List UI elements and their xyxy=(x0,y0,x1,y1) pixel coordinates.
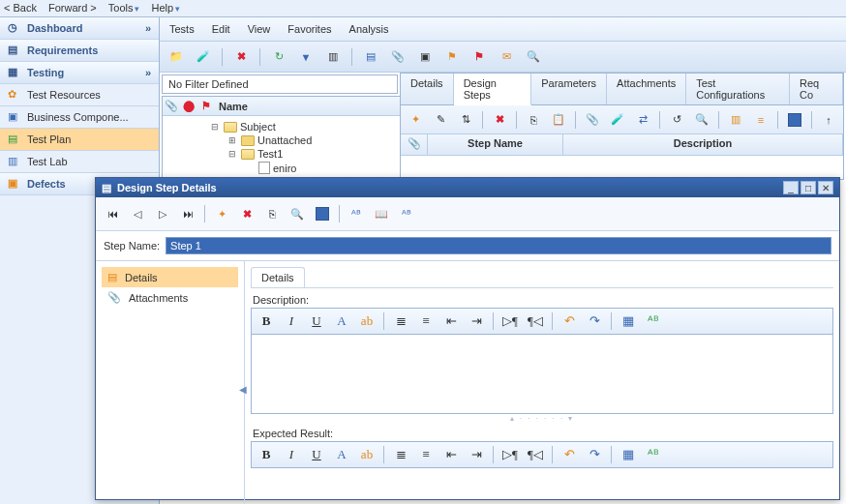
tree-node-test1[interactable]: ⊟ Test1 xyxy=(165,147,399,161)
close-button[interactable]: ✕ xyxy=(818,181,833,194)
attachment-step-icon[interactable]: 📎 xyxy=(582,109,603,131)
indent-icon[interactable]: ⇥ xyxy=(466,445,487,464)
edit-step-icon[interactable]: ✎ xyxy=(430,109,451,131)
table-icon[interactable]: ▦ xyxy=(618,445,639,464)
grid-col-description[interactable]: Description xyxy=(563,134,843,155)
ltr-icon[interactable]: ▷¶ xyxy=(499,445,521,464)
sidebar-requirements[interactable]: ▤Requirements xyxy=(0,40,159,62)
save-steps-icon[interactable] xyxy=(784,109,805,131)
next-icon[interactable]: ▷ xyxy=(152,203,173,224)
bold-icon[interactable]: B xyxy=(256,311,277,331)
highlight-icon[interactable]: ab xyxy=(356,311,378,331)
new-folder-icon[interactable]: 📁 xyxy=(166,46,187,68)
tab-test-configurations[interactable]: Test Configurations xyxy=(686,74,790,104)
minimize-button[interactable]: _ xyxy=(783,181,799,194)
menu-view[interactable]: View xyxy=(248,23,271,35)
italic-icon[interactable]: I xyxy=(281,445,302,464)
tab-design-steps[interactable]: Design Steps xyxy=(454,74,532,105)
tab-details[interactable]: Details xyxy=(401,74,454,104)
move-up-icon[interactable]: ↑ xyxy=(818,109,839,131)
copy-step-icon[interactable]: ⎘ xyxy=(523,109,544,131)
name-column-header[interactable]: Name xyxy=(215,101,401,112)
save-icon[interactable] xyxy=(312,203,333,224)
renumber-icon[interactable]: ⇅ xyxy=(455,109,476,131)
new-test-icon[interactable]: 🧪 xyxy=(193,46,214,68)
flag-orange-icon[interactable]: ⚑ xyxy=(441,46,463,68)
flag-col-icon[interactable]: ⚑ xyxy=(197,100,215,112)
flag-red-icon[interactable]: ⚑ xyxy=(468,46,490,68)
attachment-col-icon[interactable]: 📎 xyxy=(163,100,180,112)
columns-icon[interactable]: ▥ xyxy=(322,46,344,68)
underline-icon[interactable]: U xyxy=(306,311,327,331)
collapse-icon[interactable]: ⊟ xyxy=(211,122,221,132)
copy-icon[interactable]: ⎘ xyxy=(261,203,283,224)
call-test-icon[interactable]: 🧪 xyxy=(607,109,628,131)
outdent-icon[interactable]: ⇤ xyxy=(440,445,462,464)
spellcheck-icon[interactable]: ᴬᴮ xyxy=(643,445,664,464)
sidebar-item-test-resources[interactable]: ✿ Test Resources xyxy=(0,84,159,106)
mail-icon[interactable]: ✉ xyxy=(496,46,517,68)
rtl-icon[interactable]: ¶◁ xyxy=(525,445,546,464)
highlight-icon[interactable]: ab xyxy=(356,445,378,464)
sidebar-item-test-plan[interactable]: ▤ Test Plan xyxy=(0,129,159,151)
tab-parameters[interactable]: Parameters xyxy=(531,74,607,104)
maximize-button[interactable]: □ xyxy=(801,181,816,194)
collapse-handle-icon[interactable]: ◀ xyxy=(239,384,247,395)
list-number-icon[interactable]: ≡ xyxy=(415,311,437,331)
italic-icon[interactable]: I xyxy=(281,311,302,331)
delete-step-icon[interactable]: ✖ xyxy=(236,203,257,224)
filter-icon[interactable]: ▼ xyxy=(295,46,317,68)
find-replace-icon[interactable]: ↺ xyxy=(666,109,687,131)
font-color-icon[interactable]: A xyxy=(331,311,352,331)
assign-icon[interactable]: ▤ xyxy=(360,46,381,68)
thesaurus-icon[interactable]: 📖 xyxy=(371,203,392,224)
menu-analysis[interactable]: Analysis xyxy=(349,23,389,35)
tree-node-eniro[interactable]: eniro xyxy=(165,161,399,175)
step-name-input[interactable] xyxy=(166,237,831,254)
adjust-rows-icon[interactable]: ≡ xyxy=(750,109,771,131)
dialog-nav-details[interactable]: ▤ Details xyxy=(102,267,238,287)
paste-step-icon[interactable]: 📋 xyxy=(548,109,569,131)
indent-icon[interactable]: ⇥ xyxy=(466,311,487,331)
undo-icon[interactable]: ↶ xyxy=(559,311,580,331)
undo-icon[interactable]: ↶ xyxy=(559,445,580,464)
underline-icon[interactable]: U xyxy=(306,445,327,464)
table-icon[interactable]: ▦ xyxy=(618,311,639,331)
menu-edit[interactable]: Edit xyxy=(212,23,230,35)
dialog-titlebar[interactable]: ▤ Design Step Details _ □ ✕ xyxy=(96,178,839,197)
new-step-icon[interactable]: ✦ xyxy=(211,203,232,224)
description-textarea[interactable] xyxy=(251,335,833,414)
dialog-tab-details[interactable]: Details xyxy=(251,267,305,287)
rtl-icon[interactable]: ¶◁ xyxy=(525,311,546,331)
alert-col-icon[interactable]: ⬤ xyxy=(180,100,197,112)
back-button[interactable]: < Back xyxy=(4,2,37,15)
delete-step-icon[interactable]: ✖ xyxy=(489,109,510,131)
menu-tests[interactable]: Tests xyxy=(169,23,195,35)
sidebar-item-business-compone[interactable]: ▣ Business Compone... xyxy=(0,106,159,129)
parameters-icon[interactable]: ⇄ xyxy=(632,109,653,131)
last-icon[interactable]: ⏭ xyxy=(177,203,198,224)
spellcheck-icon[interactable]: ᴬᴮ xyxy=(643,311,664,331)
splitter[interactable]: ▴ · · · · · · ▾ xyxy=(251,414,833,422)
grid-col-step-name[interactable]: Step Name xyxy=(428,134,563,155)
tab-req-co[interactable]: Req Co xyxy=(790,74,843,104)
first-icon[interactable]: ⏮ xyxy=(102,203,123,224)
list-bullet-icon[interactable]: ≣ xyxy=(390,445,411,464)
select-columns-icon[interactable]: ▥ xyxy=(725,109,746,131)
prev-icon[interactable]: ◁ xyxy=(127,203,148,224)
find-step-icon[interactable]: 🔍 xyxy=(691,109,712,131)
dialog-nav-attachments[interactable]: 📎 Attachments xyxy=(102,287,238,308)
list-number-icon[interactable]: ≡ xyxy=(415,445,437,464)
menu-favorites[interactable]: Favorites xyxy=(287,23,331,35)
help-menu[interactable]: Help▾ xyxy=(151,2,180,15)
grid-col-attachment[interactable]: 📎 xyxy=(401,134,428,155)
spellcheck-icon[interactable]: ᴬᴮ xyxy=(346,203,367,224)
tab-attachments[interactable]: Attachments xyxy=(607,74,686,104)
sidebar-testing[interactable]: ▦Testing » xyxy=(0,62,159,84)
redo-icon[interactable]: ↷ xyxy=(584,445,605,464)
tree-node-unattached[interactable]: ⊞ Unattached xyxy=(165,133,399,147)
expand-icon[interactable]: ⊞ xyxy=(228,135,238,145)
refresh-icon[interactable]: ↻ xyxy=(268,46,289,68)
list-bullet-icon[interactable]: ≣ xyxy=(390,311,411,331)
outdent-icon[interactable]: ⇤ xyxy=(440,311,462,331)
